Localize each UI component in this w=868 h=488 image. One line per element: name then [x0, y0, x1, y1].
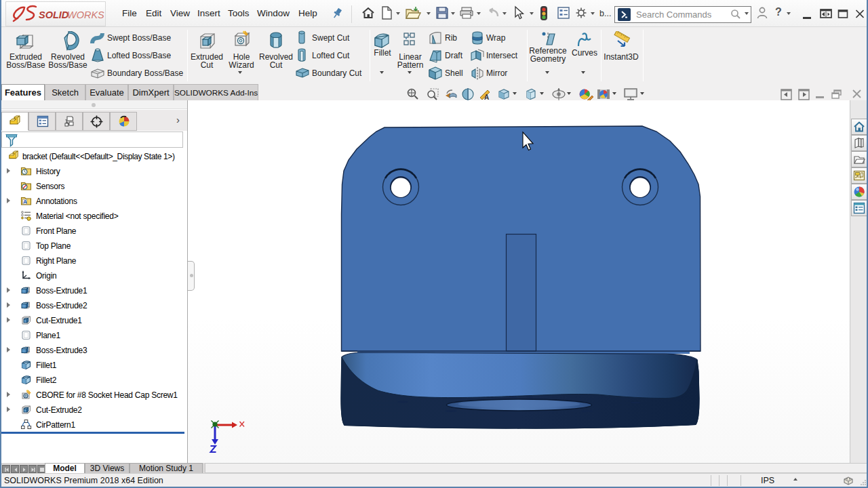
- svg-text:A: A: [23, 199, 27, 205]
- svg-text:SOLID: SOLID: [39, 9, 69, 20]
- svg-text:WORKS: WORKS: [67, 9, 104, 20]
